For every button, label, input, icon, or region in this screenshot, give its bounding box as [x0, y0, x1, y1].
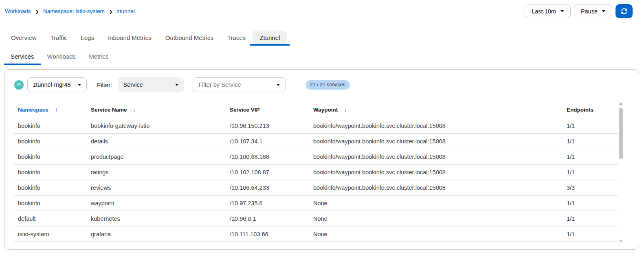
- cell-waypoint: None: [310, 226, 563, 242]
- tab-ztunnel[interactable]: Ztunnel: [253, 31, 287, 45]
- tab-traces[interactable]: Traces: [220, 31, 253, 45]
- cell-service_name: ratings: [87, 165, 226, 180]
- sort-icon[interactable]: ↕: [134, 107, 136, 113]
- cell-service_vip: /10.106.64.233: [226, 180, 310, 195]
- column-header-waypoint[interactable]: Waypoint↕: [310, 103, 563, 118]
- services-table: Namespace↑ Service Name↕ Service VIP Way…: [14, 103, 618, 242]
- filters-toolbar: P ztunnel-mgr48 Filter: Service Filter b…: [14, 77, 350, 92]
- tab-inbound-metrics[interactable]: Inbound Metrics: [101, 31, 158, 45]
- refresh-button[interactable]: [615, 4, 633, 18]
- cell-service_vip: /10.96.150.213: [226, 118, 310, 134]
- caret-down-icon: [277, 84, 280, 86]
- scroll-down-icon[interactable]: [619, 240, 622, 243]
- tab-traffic[interactable]: Traffic: [44, 31, 74, 45]
- table-row: bookinforeviews/10.106.64.233bookinfo/wa…: [14, 180, 618, 195]
- table-row: bookinfobookinfo-gateway-istio/10.96.150…: [14, 118, 618, 134]
- cell-endpoints: 1/1: [563, 195, 618, 211]
- sort-icon[interactable]: ↕: [344, 107, 347, 113]
- cell-service_vip: /10.97.235.6: [226, 195, 310, 211]
- services-count-badge: 21 / 21 services: [306, 80, 350, 90]
- caret-down-icon: [560, 10, 564, 12]
- filter-label: Filter:: [97, 81, 112, 88]
- filter-by-service-input[interactable]: Filter by Service: [193, 77, 286, 92]
- table-row: bookinfodetails/10.107.34.1bookinfo/wayp…: [14, 134, 618, 149]
- cell-service_name: details: [87, 134, 226, 149]
- cell-service_vip: /10.102.108.87: [226, 165, 310, 180]
- scrollbar-thumb[interactable]: [619, 108, 623, 159]
- cell-endpoints: 1/1: [563, 165, 618, 180]
- cell-service_vip: /10.100.68.188: [226, 149, 310, 165]
- cell-endpoints: 3/3: [563, 180, 618, 195]
- cell-namespace: bookinfo: [14, 118, 87, 134]
- cell-namespace: default: [14, 211, 87, 226]
- column-header-namespace[interactable]: Namespace↑: [14, 103, 87, 118]
- table-row: bookinforatings/10.102.108.87bookinfo/wa…: [14, 165, 618, 180]
- breadcrumb-namespace[interactable]: Namespace: istio-system: [43, 8, 105, 14]
- subtab-workloads[interactable]: Workloads: [41, 50, 83, 64]
- caret-down-icon: [602, 10, 605, 12]
- breadcrumb-workloads[interactable]: Workloads: [5, 8, 31, 14]
- cell-service_name: productpage: [87, 149, 226, 165]
- services-card: P ztunnel-mgr48 Filter: Service Filter b…: [4, 69, 639, 250]
- table-scrollbar[interactable]: [619, 102, 623, 243]
- cell-waypoint: None: [310, 211, 563, 226]
- time-range-label: Last 10m: [532, 8, 556, 15]
- cell-service_name: bookinfo-gateway-istio: [87, 118, 226, 134]
- pod-badge-icon: P: [14, 80, 24, 90]
- sort-ascending-icon[interactable]: ↑: [55, 106, 58, 113]
- refresh-interval-dropdown[interactable]: Pause: [574, 4, 612, 18]
- cell-waypoint: bookinfo/waypoint.bookinfo.svc.cluster.l…: [310, 134, 563, 149]
- cell-namespace: bookinfo: [14, 180, 87, 195]
- cell-waypoint: bookinfo/waypoint.bookinfo.svc.cluster.l…: [310, 118, 563, 134]
- caret-down-icon: [175, 84, 178, 86]
- cell-service_name: waypoint: [87, 195, 226, 211]
- tab-outbound-metrics[interactable]: Outbound Metrics: [158, 31, 220, 45]
- cell-service_name: kubernetes: [87, 211, 226, 226]
- chevron-right-icon: ❯: [35, 9, 39, 14]
- subtab-services[interactable]: Services: [4, 50, 41, 64]
- pod-select-dropdown[interactable]: ztunnel-mgr48: [27, 77, 87, 92]
- cell-waypoint: bookinfo/waypoint.bookinfo.svc.cluster.l…: [310, 149, 563, 165]
- cell-waypoint: None: [310, 195, 563, 211]
- cell-namespace: bookinfo: [14, 134, 87, 149]
- cell-service_name: grafana: [87, 226, 226, 242]
- table-header-row: Namespace↑ Service Name↕ Service VIP Way…: [14, 103, 618, 118]
- cell-namespace: istio-system: [14, 226, 87, 242]
- cell-endpoints: 1/1: [563, 226, 618, 242]
- ztunnel-subtabs: Services Workloads Metrics: [4, 50, 115, 64]
- breadcrumb: Workloads ❯ Namespace: istio-system ❯ zt…: [5, 8, 135, 14]
- table-row: istio-systemgrafana/10.111.103.66None1/1: [14, 226, 618, 242]
- tab-logs[interactable]: Logs: [74, 31, 101, 45]
- cell-endpoints: 1/1: [563, 134, 618, 149]
- filter-type-value: Service: [123, 81, 143, 88]
- cell-namespace: bookinfo: [14, 149, 87, 165]
- caret-down-icon: [78, 84, 81, 86]
- breadcrumb-ztunnel[interactable]: ztunnel: [117, 8, 135, 14]
- refresh-interval-label: Pause: [581, 8, 598, 15]
- table-body: bookinfobookinfo-gateway-istio/10.96.150…: [14, 118, 618, 242]
- cell-namespace: bookinfo: [14, 165, 87, 180]
- cell-waypoint: bookinfo/waypoint.bookinfo.svc.cluster.l…: [310, 180, 563, 195]
- cell-endpoints: 1/1: [563, 211, 618, 226]
- subtab-metrics[interactable]: Metrics: [82, 50, 115, 64]
- time-controls: Last 10m Pause: [525, 4, 633, 18]
- cell-service_name: reviews: [87, 180, 226, 195]
- table-row: bookinfoproductpage/10.100.68.188bookinf…: [14, 149, 618, 165]
- column-header-service-vip: Service VIP: [226, 103, 310, 118]
- tab-overview[interactable]: Overview: [4, 31, 44, 45]
- cell-service_vip: /10.96.0.1: [226, 211, 310, 226]
- cell-waypoint: bookinfo/waypoint.bookinfo.svc.cluster.l…: [310, 165, 563, 180]
- time-range-dropdown[interactable]: Last 10m: [525, 4, 571, 18]
- column-header-service-name[interactable]: Service Name↕: [87, 103, 226, 118]
- sync-icon: [621, 8, 627, 14]
- workload-tabs: Overview Traffic Logs Inbound Metrics Ou…: [4, 31, 640, 45]
- cell-endpoints: 1/1: [563, 118, 618, 134]
- cell-endpoints: 1/1: [563, 149, 618, 165]
- filter-type-dropdown[interactable]: Service: [118, 77, 184, 92]
- cell-service_vip: /10.107.34.1: [226, 134, 310, 149]
- filter-input-placeholder: Filter by Service: [199, 81, 241, 88]
- cell-namespace: bookinfo: [14, 195, 87, 211]
- chevron-right-icon: ❯: [109, 9, 112, 14]
- table-row: bookinfowaypoint/10.97.235.6None1/1: [14, 195, 618, 211]
- scroll-up-icon[interactable]: [619, 102, 622, 105]
